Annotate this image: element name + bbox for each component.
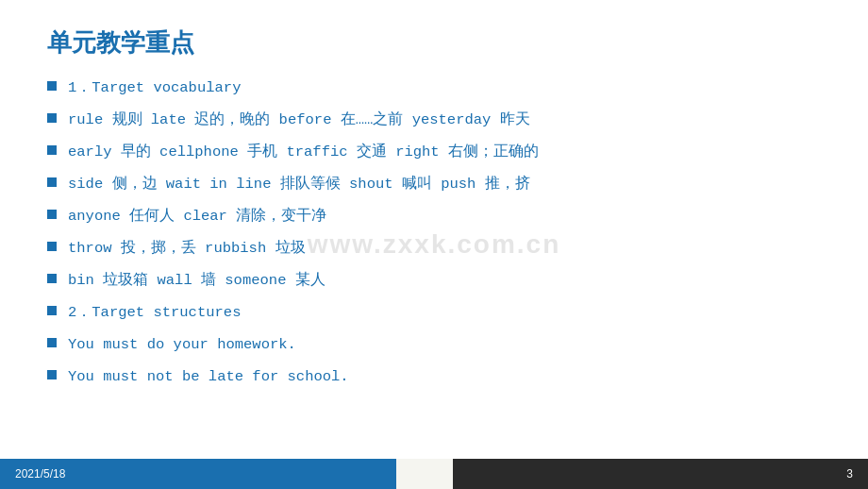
bullet-icon [47,210,57,219]
content-list: 1．Target vocabularyrule 规则 late 迟的，晚的 be… [47,76,821,388]
slide: 单元教学重点 www.zxxk.com.cn 1．Target vocabula… [0,0,868,489]
item-text: You must do your homework. [68,333,821,356]
list-item: 2．Target structures [47,301,821,324]
bullet-icon [47,145,57,155]
list-item: throw 投，掷，丢 rubbish 垃圾 [47,237,821,260]
footer-date: 2021/5/18 [15,467,65,481]
list-item: 1．Target vocabulary [47,76,821,99]
bullet-icon [47,306,57,315]
list-item: early 早的 cellphone 手机 traffic 交通 right 右… [47,141,821,163]
list-item: You must do your homework. [47,333,821,356]
item-text: early 早的 cellphone 手机 traffic 交通 right 右… [68,141,821,163]
slide-title: 单元教学重点 [47,26,821,59]
list-item: anyone 任何人 clear 清除，变干净 [47,205,821,228]
item-text: anyone 任何人 clear 清除，变干净 [68,205,821,228]
item-text: throw 投，掷，丢 rubbish 垃圾 [68,237,821,260]
item-text: bin 垃圾箱 wall 墙 someone 某人 [68,269,821,292]
bottom-middle [396,459,453,489]
bullet-icon [47,242,57,251]
item-text: 1．Target vocabulary [68,76,821,99]
bullet-icon [47,113,57,123]
bullet-icon [47,274,57,283]
bullet-icon [47,370,57,379]
bullet-icon [47,177,57,187]
bottom-left: 2021/5/18 [0,459,396,489]
bullet-icon [47,338,57,347]
item-text: side 侧，边 wait in line 排队等候 shout 喊叫 push… [68,173,821,195]
item-text: 2．Target structures [68,301,821,324]
list-item: bin 垃圾箱 wall 墙 someone 某人 [47,269,821,292]
list-item: side 侧，边 wait in line 排队等候 shout 喊叫 push… [47,173,821,195]
list-item: rule 规则 late 迟的，晚的 before 在……之前 yesterda… [47,109,821,131]
bullet-icon [47,81,57,91]
item-text: rule 规则 late 迟的，晚的 before 在……之前 yesterda… [68,109,821,131]
bottom-bar: 2021/5/18 3 [0,459,868,489]
bottom-right: 3 [453,459,868,489]
footer-page: 3 [846,467,853,481]
list-item: You must not be late for school. [47,365,821,388]
item-text: You must not be late for school. [68,365,821,388]
